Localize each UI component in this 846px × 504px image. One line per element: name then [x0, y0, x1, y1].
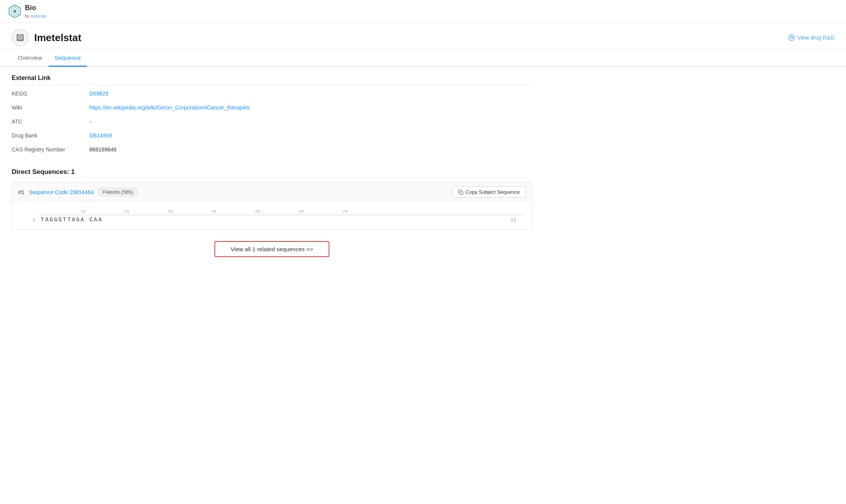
row-label-atc: ATC	[12, 115, 89, 129]
sequences-section: Direct Sequences: 1 #1 Sequence Code 298…	[12, 168, 532, 229]
ruler-label-40: 40	[211, 209, 216, 214]
drug-title-area: Imetelstat	[12, 29, 81, 46]
ruler-line: 10 20 30 40 50 60 70	[39, 208, 524, 215]
row-value-wiki: https://en.wikipedia.org/wiki/Geron_Corp…	[89, 101, 532, 115]
table-row: Wiki https://en.wikipedia.org/wiki/Geron…	[12, 101, 532, 115]
tabs-container: Overview Sequence	[0, 50, 846, 67]
view-drug-icon	[788, 34, 795, 41]
sequence-data-row: 1 TAGGGTTAGA CAA 13	[20, 217, 524, 223]
logo-area: Bio by patsnap	[8, 4, 46, 19]
ruler-label-70: 70	[342, 209, 347, 214]
row-label-cas: CAS Registry Number	[12, 143, 89, 156]
tab-overview[interactable]: Overview	[12, 50, 49, 67]
patents-badge[interactable]: Patents (565)	[98, 188, 137, 196]
bases-part1: TAGGGTTAGA	[41, 217, 85, 223]
sequences-section-title: Direct Sequences: 1	[12, 168, 532, 176]
bases-part2: CAA	[89, 217, 103, 223]
row-value-drugbank: DB14909	[89, 129, 532, 143]
view-drug-rd-link[interactable]: View drug R&D	[788, 34, 834, 41]
ruler-label-60: 60	[299, 209, 304, 214]
svg-rect-6	[460, 191, 463, 195]
main-content: External Link KEGG D09629 Wiki https://e…	[0, 67, 544, 273]
ruler-label-50: 50	[255, 209, 260, 214]
sequence-row-num: 1	[24, 217, 35, 223]
table-row: CAS Registry Number 868169646	[12, 143, 532, 156]
ruler-label-20: 20	[124, 209, 129, 214]
row-value-cas: 868169646	[89, 143, 532, 156]
view-drug-label: View drug R&D	[797, 35, 834, 41]
bio-patsnap-logo-icon	[8, 4, 22, 18]
external-link-table: KEGG D09629 Wiki https://en.wikipedia.or…	[12, 87, 532, 156]
external-link-section-title: External Link	[12, 75, 532, 85]
table-row: KEGG D09629	[12, 87, 532, 101]
wiki-link[interactable]: https://en.wikipedia.org/wiki/Geron_Corp…	[89, 104, 249, 111]
svg-point-2	[13, 10, 17, 13]
row-value-kegg: D09629	[89, 87, 532, 101]
sequence-viewer: 10 20 30 40 50 60 70 1 TAGGGTTAGA CAA	[12, 202, 532, 229]
kegg-link[interactable]: D09629	[89, 90, 108, 97]
drugbank-link[interactable]: DB14909	[89, 132, 112, 139]
page-header: Imetelstat View drug R&D	[0, 23, 846, 50]
bases-space	[85, 217, 89, 223]
row-label-wiki: Wiki	[12, 101, 89, 115]
row-label-kegg: KEGG	[12, 87, 89, 101]
logo-bio-label: Bio	[25, 4, 46, 12]
svg-point-5	[791, 37, 792, 38]
copy-icon	[458, 189, 463, 195]
sequence-item-1: #1 Sequence Code 29814464 Patents (565) …	[12, 182, 532, 229]
sequence-code-link[interactable]: Sequence Code 29814464	[29, 189, 94, 195]
ruler-label-10: 10	[80, 209, 85, 214]
view-all-sequences-button[interactable]: View all 1 related sequences >>	[214, 241, 329, 257]
sequence-item-header: #1 Sequence Code 29814464 Patents (565) …	[12, 182, 532, 202]
view-all-btn-container: View all 1 related sequences >>	[12, 241, 532, 257]
row-value-atc: -	[89, 115, 532, 129]
sequence-title-left: #1 Sequence Code 29814464 Patents (565)	[18, 188, 137, 196]
logo-byline: by patsnap	[25, 12, 46, 19]
sequence-ruler: 10 20 30 40 50 60 70	[20, 208, 524, 215]
copy-subject-sequence-button[interactable]: Copy Subject Sequence	[452, 186, 526, 198]
drug-icon	[12, 29, 29, 46]
table-row: ATC -	[12, 115, 532, 129]
table-row: Drug Bank DB14909	[12, 129, 532, 143]
sequence-bases: TAGGGTTAGA CAA	[41, 217, 103, 223]
logo-text: Bio by patsnap	[25, 4, 46, 19]
sequence-end-num: 13	[511, 217, 524, 223]
sequence-number: #1	[18, 189, 24, 195]
top-bar: Bio by patsnap	[0, 0, 846, 23]
row-label-drugbank: Drug Bank	[12, 129, 89, 143]
drug-name: Imetelstat	[34, 32, 81, 44]
tab-sequence[interactable]: Sequence	[49, 50, 87, 67]
ruler-label-30: 30	[168, 209, 173, 214]
